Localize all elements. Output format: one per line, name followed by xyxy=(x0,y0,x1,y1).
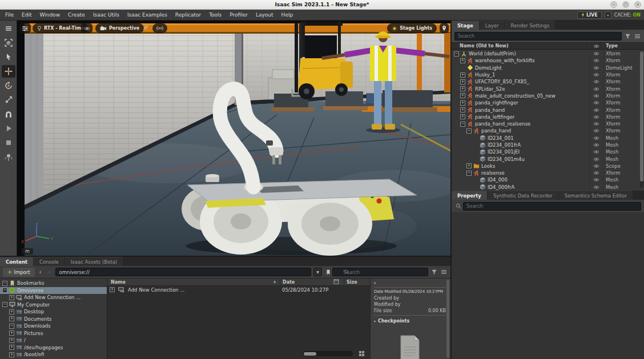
visibility-eye-icon[interactable] xyxy=(589,135,603,142)
visibility-eye-icon[interactable] xyxy=(589,176,603,183)
tab-synthetic-data-recorder[interactable]: Synthetic Data Recorder xyxy=(488,191,558,200)
select-tool[interactable] xyxy=(2,51,15,63)
content-tree-row[interactable]: + /dev/hugepages xyxy=(0,344,107,352)
menu-item-isaac-examples[interactable]: Isaac Examples xyxy=(123,11,171,19)
menu-item-layout[interactable]: Layout xyxy=(252,11,277,19)
size-column-header[interactable]: Size xyxy=(344,280,370,285)
maximize-button[interactable]: □ xyxy=(622,1,629,8)
menu-item-replicator[interactable]: Replicator xyxy=(171,11,205,19)
content-tree-row[interactable]: + / xyxy=(0,337,107,344)
expander-icon[interactable]: − xyxy=(9,324,14,329)
expander-icon[interactable]: − xyxy=(2,281,7,286)
property-search-input[interactable] xyxy=(463,202,641,211)
tab-stage[interactable]: Stage xyxy=(452,21,479,30)
viewport-settings-button[interactable] xyxy=(19,23,31,33)
stage-tree-row[interactable]: + male_adult_construction_05_new Xform xyxy=(452,92,644,99)
menu-item-isaac-utils[interactable]: Isaac Utils xyxy=(89,11,123,19)
rotate-tool[interactable] xyxy=(2,79,15,92)
stage-tree-row[interactable]: + panda_rightfinger Xform xyxy=(452,99,644,106)
expander-icon[interactable]: + xyxy=(460,72,465,78)
visibility-eye-icon[interactable] xyxy=(589,142,603,148)
stage-tree-row[interactable]: ID234_001 Mesh xyxy=(452,135,644,142)
grid-view-icon[interactable] xyxy=(358,350,365,357)
content-tree-row[interactable]: − Bookmarks xyxy=(0,280,107,287)
import-button[interactable]: + Import xyxy=(3,268,35,277)
tab-isaac-assets-beta[interactable]: Isaac Assets (Beta) xyxy=(65,257,123,266)
content-tree-row[interactable]: + Documents xyxy=(0,316,107,323)
stage-tree-row[interactable]: + Looks Scope xyxy=(452,163,644,170)
visibility-eye-icon[interactable] xyxy=(589,50,603,57)
filter-icon[interactable] xyxy=(430,268,438,276)
expander-icon[interactable]: − xyxy=(2,302,7,307)
visibility-eye-icon[interactable] xyxy=(589,64,603,71)
stage-tree-row[interactable]: − World (defaultPrim) Xform xyxy=(452,50,644,57)
content-tree-row[interactable]: + Pictures xyxy=(0,330,107,337)
expander-icon[interactable]: + xyxy=(460,100,465,106)
main-menu-tool[interactable] xyxy=(2,22,15,35)
content-tree-row[interactable]: − Downloads xyxy=(0,322,107,330)
file-row[interactable]: + Add New Connection ... 05/28/2024 10:2… xyxy=(107,286,370,293)
date-column-header[interactable]: Date xyxy=(280,279,344,285)
slider-handle[interactable] xyxy=(304,352,316,356)
address-bar[interactable] xyxy=(55,268,311,276)
visibility-eye-icon[interactable] xyxy=(589,85,603,92)
visibility-eye-icon[interactable] xyxy=(589,57,603,64)
menu-item-window[interactable]: Window xyxy=(36,11,65,19)
expander-icon[interactable]: + xyxy=(9,309,14,314)
stop-button[interactable] xyxy=(2,136,15,149)
content-tree-row[interactable]: + Add New Connection ... xyxy=(0,294,107,301)
stage-tree-row[interactable]: + RPLidar_S2e Xform xyxy=(452,85,644,92)
content-tree-row[interactable]: − My Computer xyxy=(0,301,107,309)
menu-item-help[interactable]: Help xyxy=(277,11,297,19)
visibility-eye-icon[interactable] xyxy=(589,92,603,99)
checkpoints-section-header[interactable]: ▾ Checkpoints xyxy=(374,317,446,325)
name-column-header[interactable]: Name (Old to New) xyxy=(452,43,589,49)
visibility-eye-icon[interactable] xyxy=(589,170,603,176)
viewport-3d-scene[interactable] xyxy=(17,21,450,256)
tab-content[interactable]: Content xyxy=(0,257,33,266)
content-tree-row[interactable]: − Omniverse xyxy=(0,287,107,295)
physics-inspector-tool[interactable] xyxy=(2,151,15,163)
expander-icon[interactable]: − xyxy=(454,51,459,57)
expander-icon[interactable]: + xyxy=(9,330,14,336)
camera-selector[interactable]: Perspective xyxy=(95,23,144,33)
stage-tree-row[interactable]: ID234_001m4u Mesh xyxy=(452,155,644,162)
expander-icon[interactable]: + xyxy=(460,93,465,98)
expander-icon[interactable]: + xyxy=(9,295,14,300)
filter-icon[interactable] xyxy=(624,33,631,40)
expander-icon[interactable]: + xyxy=(9,316,14,321)
stage-tree-row[interactable]: ID234_001frA Mesh xyxy=(452,142,644,148)
waypoint-button[interactable] xyxy=(440,23,449,33)
visibility-eye-icon[interactable] xyxy=(589,120,603,127)
stage-scrollbar[interactable] xyxy=(640,51,643,188)
expander-icon[interactable]: + xyxy=(9,345,14,350)
scale-tool[interactable] xyxy=(2,94,15,106)
stage-tree-row[interactable]: ID234_001jEI Mesh xyxy=(452,148,644,155)
expander-icon[interactable]: + xyxy=(466,163,472,168)
collapse-details-icon[interactable]: ▾ xyxy=(374,280,446,286)
stage-tree-row[interactable]: − panda_hand Xform xyxy=(452,127,644,134)
menu-item-edit[interactable]: Edit xyxy=(18,11,35,19)
expander-icon[interactable]: − xyxy=(460,122,465,127)
bookmark-icon[interactable] xyxy=(324,268,332,276)
name-column-header[interactable]: Name ∧ xyxy=(107,280,280,285)
tab-layer[interactable]: Layer xyxy=(480,21,505,30)
address-dropdown-button[interactable]: ▼ xyxy=(313,268,322,276)
expander-icon[interactable]: + xyxy=(460,79,465,84)
expander-icon[interactable]: − xyxy=(466,171,472,176)
tab-property[interactable]: Property xyxy=(452,191,487,200)
thumbnail-size-slider[interactable] xyxy=(303,351,353,356)
options-list-icon[interactable] xyxy=(634,33,641,40)
close-button[interactable]: × xyxy=(634,1,641,8)
expander-icon[interactable]: + xyxy=(110,287,115,292)
menu-item-profiler[interactable]: Profiler xyxy=(226,11,252,19)
expander-icon[interactable]: + xyxy=(460,114,465,119)
minimize-button[interactable]: − xyxy=(610,1,617,8)
stage-tree-row[interactable]: + warehouse_with_forklifts Xform xyxy=(452,57,644,64)
visibility-options-button[interactable] xyxy=(81,23,92,33)
tab-console[interactable]: Console xyxy=(34,257,65,266)
expander-icon[interactable]: + xyxy=(460,58,465,63)
tab-render-settings[interactable]: Render Settings xyxy=(505,21,555,30)
menu-item-create[interactable]: Create xyxy=(64,11,89,19)
sort-ascending-icon[interactable]: ∧ xyxy=(273,280,280,284)
